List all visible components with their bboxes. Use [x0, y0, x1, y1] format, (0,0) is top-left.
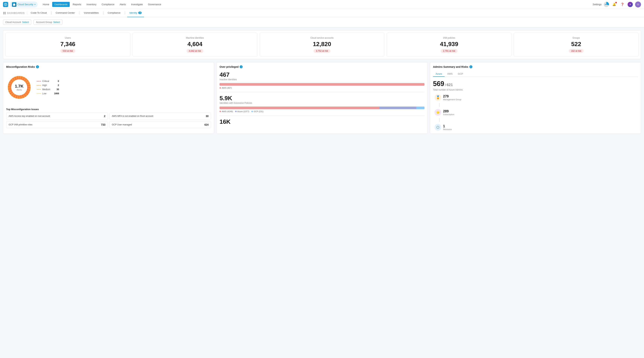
legend-high-name: High — [42, 84, 56, 87]
misconfig-risks-panel: Misconfiguration Risks i — [3, 62, 214, 134]
identity-tab-badge: 3 — [138, 12, 142, 14]
misconfig-title: Misconfiguration Risks i — [6, 65, 211, 68]
stat-machine-risk: 4,042 at risk — [186, 49, 203, 53]
inactive-legend-label: AWS (467) — [222, 87, 232, 89]
issues-grid: AWS Access key enabled on root account 2… — [6, 113, 211, 128]
over-privileged-info-icon[interactable]: i — [240, 65, 242, 68]
tab-dots-2[interactable]: ⋮ — [101, 11, 106, 15]
inactive-bar-legend: AWS (467) — [220, 87, 424, 89]
nav-reports[interactable]: Reports — [70, 2, 84, 7]
excessive-count: 5.9K — [220, 95, 424, 102]
issue-card-0[interactable]: AWS Access key enabled on root account 2 — [6, 113, 108, 120]
notifications-button[interactable]: 🔔 — [611, 2, 617, 8]
legend-medium-count: 30 — [56, 88, 59, 91]
stat-groups-label: Groups — [572, 37, 580, 39]
ai-assistant-button[interactable]: ✦ — [628, 2, 633, 7]
legend-low: Low 1668 — [37, 92, 59, 95]
account-group-filter[interactable]: Account Group Select — [34, 20, 62, 25]
stat-users-value: 7,346 — [60, 41, 75, 48]
misconfig-info-icon[interactable]: i — [36, 65, 39, 68]
inactive-bar-fill — [220, 83, 424, 86]
svg-rect-1 — [5, 12, 6, 13]
admin-tree-sub: ⭐ 289 Subscription — [434, 109, 638, 116]
excessive-legend-gcp: GCP (231) — [252, 110, 263, 113]
tab-dots-3[interactable]: ⋮ — [123, 11, 127, 15]
brand-name: Cloud Security — [18, 3, 33, 6]
donut-value: 1.7K — [15, 84, 24, 89]
stat-cloud-service-label: Cloud service accounts — [310, 37, 334, 39]
nav-compliance[interactable]: Compliance — [99, 2, 117, 7]
excessive-label-azure: Azure (1377) — [238, 110, 249, 113]
admin-tree-mgmt: 🏅 279 Management Group — [434, 94, 638, 101]
tab-compliance[interactable]: Compliance — [106, 9, 123, 17]
admin-tab-azure[interactable]: Azure — [433, 71, 444, 77]
chevron-down-icon: ▾ — [34, 3, 36, 6]
cloud-account-filter[interactable]: Cloud Account Select — [3, 20, 31, 25]
resource-icon: ⬡ — [434, 124, 441, 131]
over-privileged-panel: Over privileged i 467 Inactive Identitie… — [216, 62, 428, 134]
stat-card-machine[interactable]: Machine identities 4,604 4,042 at risk — [132, 33, 257, 57]
admins-info-icon[interactable]: i — [470, 65, 472, 68]
stat-users-label: Users — [65, 37, 70, 39]
nav-inventory[interactable]: Inventory — [84, 2, 98, 7]
stat-card-groups[interactable]: Groups 522 162 at risk — [514, 33, 638, 57]
excessive-legend-azure: Azure (1377) — [235, 110, 249, 113]
nav-dashboards[interactable]: Dashboards — [52, 2, 70, 7]
nav-right-actions: Settings 30% 🔔 ❓ ✦ U — [593, 2, 641, 8]
settings-link[interactable]: Settings — [593, 3, 602, 6]
help-button[interactable]: ❓ — [620, 2, 625, 8]
svg-rect-0 — [3, 12, 4, 13]
admin-total-label: Total number of Azure Admins — [433, 88, 638, 91]
excessive-seg-gcp — [416, 107, 424, 109]
issue-card-2[interactable]: GCP IAM primitive roles 733 — [6, 121, 108, 128]
legend-critical-count: 0 — [58, 80, 59, 83]
excessive-bar — [220, 107, 424, 109]
tab-dots-0[interactable]: ⋮ — [49, 11, 54, 15]
stat-card-users[interactable]: Users 7,346 533 at risk — [6, 33, 130, 57]
tab-identity[interactable]: Identity 3 — [127, 9, 144, 17]
donut-center: 1.7K Alerts — [15, 84, 24, 91]
admin-mgmt-value: 279 — [443, 94, 462, 98]
tab-command-center[interactable]: Command Center — [54, 9, 77, 17]
admin-tree-resource: ⬡ 1 Resource — [434, 124, 638, 131]
excessive-bar-legend: AWS (4249) Azure (1377) GCP (231) — [220, 110, 424, 113]
admins-summary-panel: Admins Summary and Risks i Azure AWS GCP… — [430, 62, 641, 134]
issue-label-3: GCP User managed — [112, 123, 132, 126]
tab-code-to-cloud[interactable]: Code To Cloud — [28, 9, 49, 17]
stat-card-iam[interactable]: IAM policies 41,939 2,791 at risk — [387, 33, 512, 57]
stat-machine-value: 4,604 — [188, 41, 202, 48]
stat-machine-label: Machine identities — [186, 37, 204, 39]
user-avatar[interactable]: U — [635, 2, 641, 8]
issue-label-0: AWS Access key enabled on root account — [8, 115, 50, 117]
nav-home[interactable]: Home — [40, 2, 52, 7]
donut-legend: Critical 0 High 2 Medium — [37, 80, 59, 95]
stat-card-cloud-service[interactable]: Cloud service accounts 12,820 3,752 at r… — [260, 33, 384, 57]
nav-governance[interactable]: Governance — [146, 2, 164, 7]
notification-badge — [615, 2, 617, 3]
progress-indicator: 30% — [604, 2, 609, 7]
admin-tab-aws[interactable]: AWS — [444, 71, 455, 77]
issue-card-3[interactable]: GCP User managed 424 — [110, 121, 211, 128]
third-count: 16K — [220, 118, 424, 125]
main-content: Users 7,346 533 at risk Machine identiti… — [0, 27, 644, 137]
excessive-dot-gcp — [252, 111, 253, 112]
nav-investigate[interactable]: Investigate — [129, 2, 145, 7]
app-logo[interactable] — [3, 2, 8, 7]
tab-vulnerabilities[interactable]: Vulnerabilities — [82, 9, 101, 17]
donut-chart: 1.7K Alerts — [6, 74, 32, 100]
nav-alerts[interactable]: Alerts — [118, 2, 128, 7]
stat-groups-value: 522 — [571, 41, 581, 48]
brand-selector[interactable]: Cloud Security ▾ — [10, 2, 38, 8]
inactive-bar — [220, 83, 424, 86]
admin-sub-value: 289 — [443, 109, 454, 113]
cloud-account-label: Cloud Account — [6, 21, 21, 24]
admin-tab-gcp[interactable]: GCP — [455, 71, 466, 77]
admin-sub-label: Subscription — [443, 113, 454, 116]
stat-cloud-service-risk: 3,752 at risk — [314, 49, 330, 53]
issue-card-1[interactable]: AWS MFA is not enabled on Root account 3… — [110, 113, 211, 120]
admin-tree: 🏅 279 Management Group ⭐ 289 Subscriptio… — [433, 94, 638, 131]
excessive-dot-azure — [235, 111, 237, 112]
stat-iam-value: 41,939 — [440, 41, 458, 48]
tab-dots-1[interactable]: ⋮ — [77, 11, 82, 15]
legend-medium: Medium 30 — [37, 88, 59, 91]
